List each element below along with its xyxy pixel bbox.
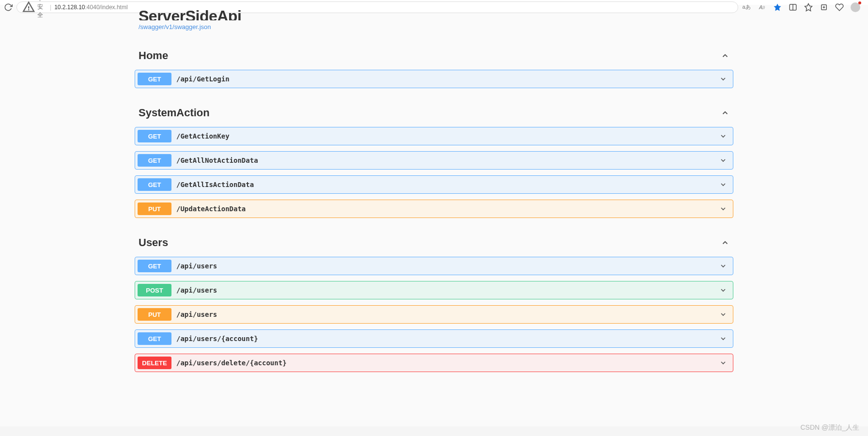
split-screen-icon[interactable] [789, 3, 797, 12]
section-header[interactable]: Users [135, 236, 733, 251]
operation-path: /UpdateActionData [176, 205, 246, 213]
chevron-down-icon [719, 181, 727, 188]
insecure-label: 不安全 [37, 0, 47, 19]
operation-path: /api/users/{account} [176, 335, 258, 343]
section-title: Users [139, 236, 168, 249]
operation-row[interactable]: GET/api/users [135, 257, 733, 275]
operation-path: /api/users [176, 262, 217, 270]
section-header[interactable]: SystemAction [135, 107, 733, 121]
url-text: 10.2.128.10:4040/index.html [54, 4, 127, 11]
section-systemaction: SystemActionGET/GetActionKeyGET/GetAllNo… [135, 107, 733, 218]
operation-row[interactable]: DELETE/api/users/delete/{account} [135, 354, 733, 372]
operation-path: /api/GetLogin [176, 75, 230, 83]
operation-row[interactable]: GET/GetActionKey [135, 127, 733, 145]
separator: | [50, 4, 51, 11]
method-badge: PUT [138, 202, 171, 215]
chevron-down-icon [719, 335, 727, 343]
operation-row[interactable]: GET/api/GetLogin [135, 70, 733, 88]
swagger-json-link[interactable]: /swagger/v1/swagger.json [139, 23, 211, 31]
operation-row[interactable]: PUT/api/users [135, 305, 733, 324]
address-input[interactable]: 不安全 | 10.2.128.10:4040/index.html [16, 1, 738, 13]
operation-path: /GetActionKey [176, 132, 230, 140]
chevron-down-icon [719, 311, 727, 318]
operation-row[interactable]: GET/GetAllIsActionData [135, 175, 733, 194]
method-badge: GET [138, 260, 171, 272]
profile-avatar[interactable] [851, 2, 860, 12]
performance-icon[interactable] [835, 3, 844, 12]
reload-icon[interactable] [4, 3, 13, 12]
method-badge: GET [138, 332, 171, 345]
chevron-up-icon [721, 238, 729, 247]
operation-path: /GetAllIsActionData [176, 181, 254, 188]
watermark: CSDN @漂泊_人生 [800, 423, 859, 426]
insecure-warning: 不安全 [22, 0, 47, 19]
method-badge: GET [138, 130, 171, 142]
operation-path: /api/users [176, 286, 217, 294]
favorite-icon[interactable] [773, 3, 782, 12]
operation-row[interactable]: GET/api/users/{account} [135, 329, 733, 348]
operation-path: /GetAllNotActionData [176, 156, 258, 164]
chevron-down-icon [719, 156, 727, 164]
method-badge: DELETE [138, 357, 171, 369]
chevron-up-icon [721, 109, 729, 117]
collections-icon[interactable] [820, 3, 828, 12]
operation-path: /api/users [176, 311, 217, 318]
chevron-up-icon [721, 51, 729, 60]
operation-row[interactable]: POST/api/users [135, 281, 733, 299]
method-badge: POST [138, 284, 171, 296]
section-header[interactable]: Home [135, 49, 733, 64]
operation-row[interactable]: PUT/UpdateActionData [135, 200, 733, 218]
chevron-down-icon [719, 262, 727, 270]
chevron-down-icon [719, 132, 727, 140]
operation-path: /api/users/delete/{account} [176, 359, 287, 367]
chevron-down-icon [719, 75, 727, 83]
method-badge: GET [138, 73, 171, 85]
chevron-down-icon [719, 359, 727, 367]
method-badge: GET [138, 178, 171, 191]
method-badge: GET [138, 154, 171, 167]
method-badge: PUT [138, 308, 171, 321]
section-users: UsersGET/api/usersPOST/api/usersPUT/api/… [135, 236, 733, 372]
operation-row[interactable]: GET/GetAllNotActionData [135, 151, 733, 170]
page-content: ServerSideApi /swagger/v1/swagger.json H… [0, 5, 868, 426]
read-aloud-icon[interactable]: A)) [758, 3, 766, 12]
favorites-list-icon[interactable] [804, 3, 813, 12]
section-title: Home [139, 49, 168, 62]
translate-icon[interactable]: aあ [742, 3, 751, 12]
section-home: HomeGET/api/GetLogin [135, 49, 733, 88]
chevron-down-icon [719, 205, 727, 213]
browser-toolbar: aあ A)) [742, 2, 864, 12]
chevron-down-icon [719, 286, 727, 294]
section-title: SystemAction [139, 107, 210, 119]
